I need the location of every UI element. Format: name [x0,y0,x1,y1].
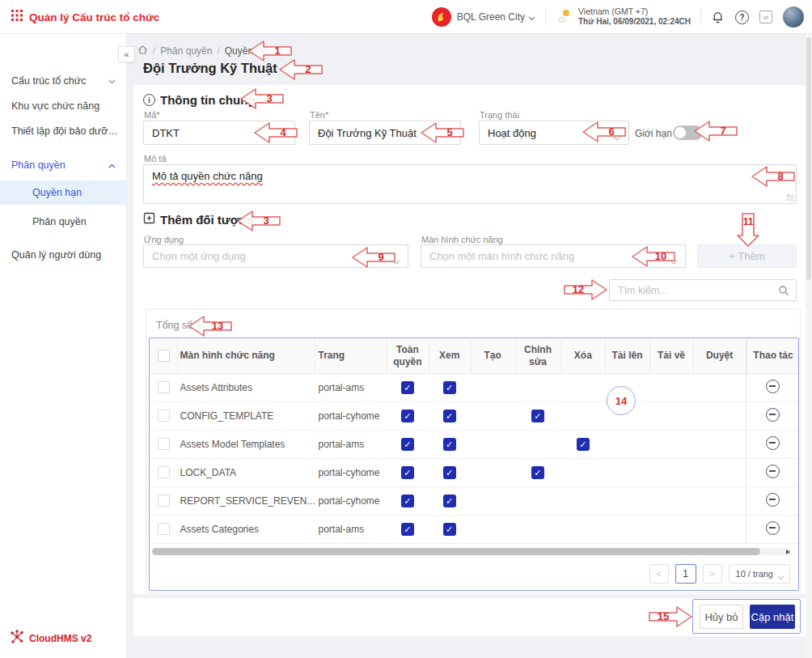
column-header-actions: Thao tác [746,339,800,373]
perm-checkbox-view[interactable] [443,495,456,507]
cell-perm-view [429,458,471,486]
description-textarea[interactable]: Mô tả quyền chức năng [143,164,797,204]
column-header-page: Trang [315,339,387,373]
cell-perm-download [649,458,693,486]
cell-page: portal-ams [315,515,387,543]
cancel-button[interactable]: Hủy bỏ [700,605,743,629]
chevron-down-icon [777,572,785,582]
next-page-button[interactable]: > [703,564,722,584]
row-checkbox[interactable] [158,495,170,507]
prev-page-button[interactable]: < [649,564,669,584]
row-select-cell [151,430,177,458]
cell-perm-download [649,430,693,458]
sidebar-item-khu-vuc-chuc-nang[interactable]: Khu vực chức năng [0,94,127,118]
row-checkbox[interactable] [158,438,170,450]
home-icon[interactable] [137,45,148,57]
cell-perm-edit [515,373,561,401]
cell-perm-download [649,373,693,401]
perm-checkbox-full[interactable] [401,381,414,394]
page-scrollbar[interactable] [806,34,812,658]
breadcrumb-quyen-han: Quyền hạn [225,45,273,57]
perm-checkbox-view[interactable] [443,381,456,394]
cell-perm-approve [693,486,746,515]
breadcrumb-phan-quyen[interactable]: Phân quyền [160,45,212,57]
cell-screen-name: Assets Attributes [177,373,315,401]
app-launcher-icon[interactable] [11,10,23,24]
perm-checkbox-delete[interactable] [577,438,590,451]
perm-checkbox-view[interactable] [443,466,456,479]
perm-checkbox-full[interactable] [401,410,414,422]
cell-perm-create [471,458,515,486]
current-page-button[interactable]: 1 [675,564,696,584]
language-badge[interactable]: vi [759,11,772,23]
remove-row-icon[interactable] [766,408,780,422]
sidebar-item-phan-quyen-group[interactable]: Phân quyền [0,153,127,177]
cell-actions [746,458,800,486]
perm-checkbox-full[interactable] [401,495,414,507]
perm-checkbox-view[interactable] [443,410,456,422]
perm-checkbox-view[interactable] [443,438,456,451]
add-button[interactable]: + Thêm [697,244,797,268]
scrollbar-thumb[interactable] [152,548,760,555]
perm-checkbox-edit[interactable] [531,466,544,479]
remove-row-icon[interactable] [766,380,780,393]
sidebar-item-thiet-lap-doi-bao-duong[interactable]: Thiết lập đội bảo dưỡng khu ... [0,119,127,143]
user-avatar[interactable] [783,6,804,28]
cell-perm-full [387,486,429,515]
application-select-placeholder: Chọn một ứng dụng [152,250,246,262]
resize-handle-icon[interactable] [787,194,794,202]
perm-checkbox-view[interactable] [443,523,456,536]
horizontal-scrollbar[interactable] [152,548,792,555]
column-header-name: Màn hình chức năng [177,339,315,373]
submit-button[interactable]: Cập nhật [750,605,795,629]
cell-screen-name: Assets Categories [177,515,315,543]
sidebar-item-phan-quyen[interactable]: Phân quyền [0,210,127,234]
screen-select[interactable]: Chọn một màn hình chức năng [421,244,686,268]
help-icon[interactable]: ? [735,11,749,24]
pagination: < 1 > 10 / trang [649,564,790,584]
chevron-down-icon [392,255,400,267]
scrollbar-right-arrow-icon[interactable] [786,550,790,554]
cell-perm-create [471,401,515,430]
remove-row-icon[interactable] [766,465,780,478]
cell-perm-full [387,430,429,458]
search-icon[interactable] [778,285,789,299]
cell-page: portal-cyhome [315,401,387,430]
sidebar-item-label: Quyền hạn [32,187,82,198]
page-scrollbar-thumb[interactable] [806,37,811,280]
remove-row-icon[interactable] [766,521,780,535]
cell-perm-upload [605,373,649,401]
remove-row-icon[interactable] [766,493,780,507]
perm-checkbox-full[interactable] [401,438,414,451]
sidebar-item-quyen-han[interactable]: Quyền hạn [0,180,127,205]
status-select[interactable]: Hoạt động [479,121,629,145]
perm-checkbox-edit[interactable] [531,410,544,422]
row-checkbox[interactable] [158,523,170,535]
limit-toggle[interactable] [673,125,703,140]
sidebar-item-label: Phân quyền [32,216,87,227]
page-title: Đội Trưởng Kỹ Thuật [143,61,277,76]
search-input[interactable] [610,280,796,300]
row-checkbox[interactable] [158,410,170,422]
row-checkbox[interactable] [158,381,170,393]
column-header-create: Tạo [471,339,515,373]
perm-checkbox-full[interactable] [401,523,414,536]
code-input[interactable] [143,121,295,145]
name-input[interactable] [309,121,461,145]
row-select-cell [151,401,177,430]
sidebar-item-cau-truc-to-chuc[interactable]: Cấu trúc tổ chức [0,69,127,93]
row-checkbox[interactable] [158,466,170,478]
org-selector[interactable]: BQL Green City [457,11,525,23]
notifications-bell-icon[interactable] [711,10,725,24]
remove-row-icon[interactable] [766,436,780,450]
sidebar-item-quan-ly-nguoi-dung[interactable]: Quản lý người dùng [0,243,127,267]
table-row: REPORT_SERVICE_REVEN...portal-cyhome [151,486,800,515]
perm-checkbox-full[interactable] [401,466,414,479]
main-panel: i Thông tin chung Mã* Tên* Trạng thái Ho… [133,85,806,594]
table-row: LOCK_DATAportal-cyhome [151,458,800,486]
sidebar-collapse-button[interactable]: « [118,46,135,62]
page-size-select[interactable]: 10 / trang [729,564,790,584]
cell-perm-download [649,401,693,430]
select-all-checkbox[interactable] [158,350,170,362]
application-select[interactable]: Chọn một ứng dụng [143,244,408,268]
